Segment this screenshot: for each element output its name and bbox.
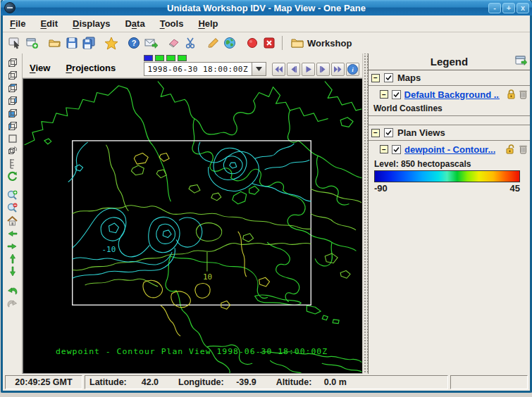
menu-view[interactable]: View [30, 63, 50, 73]
title-bar: Unidata Workshop IDV - Map View - One Pa… [1, 0, 532, 15]
longitude-value: -39.9 [236, 377, 256, 387]
cube-wire-2-icon[interactable] [6, 69, 20, 81]
lock-icon[interactable] [507, 89, 516, 99]
default-background-link[interactable]: Default Background ... [404, 89, 500, 100]
dewpoint-link[interactable]: dewpoint - Contour... [404, 144, 495, 155]
toolbar-separator [282, 36, 283, 50]
flat-square-icon[interactable] [6, 132, 20, 144]
menu-file[interactable]: File [10, 18, 25, 29]
time-step[interactable] [155, 55, 164, 61]
plan-views-checkbox[interactable] [384, 128, 393, 137]
contours-cyan [68, 142, 311, 278]
time-value: 1998-06-30 18:00:00Z [144, 65, 252, 74]
trash-icon[interactable] [519, 144, 527, 154]
time-step[interactable] [166, 55, 175, 61]
redo-icon[interactable] [6, 297, 20, 309]
info-button[interactable]: i [346, 63, 359, 76]
play-button[interactable] [302, 63, 315, 76]
show-dashboard-icon[interactable] [7, 34, 24, 51]
menu-displays[interactable]: Displays [73, 18, 110, 29]
chevron-down-icon[interactable] [252, 63, 266, 75]
pan-up-icon[interactable] [6, 253, 20, 265]
legend-group-maps: − Maps [369, 70, 530, 86]
cube-left-face-icon[interactable] [6, 120, 20, 132]
menu-edit[interactable]: Edit [40, 18, 58, 29]
eraser-icon[interactable] [165, 34, 182, 51]
time-step[interactable] [178, 55, 187, 61]
collapse-icon[interactable]: − [371, 74, 380, 82]
new-window-icon[interactable] [24, 34, 41, 51]
scissors-icon[interactable] [182, 34, 199, 51]
pencil-icon[interactable] [204, 34, 221, 51]
step-back-button[interactable] [287, 63, 300, 76]
help-icon[interactable]: ? [125, 34, 142, 51]
time-step-current[interactable] [144, 55, 153, 61]
data-bounding-box [73, 141, 311, 305]
support-mail-icon[interactable] [142, 34, 159, 51]
globe-icon[interactable] [221, 34, 238, 51]
pan-down-icon[interactable] [6, 265, 20, 277]
maps-checkbox[interactable] [384, 73, 393, 82]
default-background-checkbox[interactable] [392, 90, 401, 99]
vertical-scale-icon[interactable] [6, 158, 20, 170]
undo-icon[interactable] [6, 284, 20, 296]
dewpoint-colorbar[interactable] [374, 170, 520, 182]
colorbar-max-label: 45 [510, 183, 520, 194]
go-start-button[interactable] [272, 63, 285, 76]
minimize-button[interactable]: - [488, 3, 501, 13]
map-canvas: -10 10 dewpoint - Contour Plan View 1998… [23, 79, 362, 373]
open-folder-icon[interactable] [47, 34, 63, 51]
main-toolbar: ? Workshop [3, 32, 530, 54]
auto-rotate-icon[interactable] [6, 170, 20, 182]
menu-projections[interactable]: Projections [66, 63, 116, 73]
dewpoint-checkbox[interactable] [392, 145, 401, 154]
status-position: Latitude: 42.0 Longitude: -39.9 Altitude… [85, 375, 448, 389]
step-forward-button[interactable] [316, 63, 330, 76]
cube-wire-1-icon[interactable] [6, 56, 20, 68]
map-caption: dewpoint - Contour Plan View 1998-06-30 … [56, 346, 328, 356]
menu-help[interactable]: Help [198, 18, 218, 29]
go-end-button[interactable] [331, 63, 345, 76]
home-icon[interactable] [6, 215, 20, 227]
workshop-button[interactable]: Workshop [287, 36, 356, 50]
legend-splitter[interactable] [362, 53, 368, 374]
map-view-toolbar: View Projections 1998-06-30 18:00:00Z [23, 53, 362, 78]
unlock-icon[interactable] [505, 144, 516, 154]
close-button[interactable]: x [516, 3, 529, 13]
menu-data[interactable]: Data [125, 18, 144, 29]
cube-front-face-icon[interactable] [6, 107, 20, 119]
legend-panel: Legend − Maps − Default Background ... W… [368, 53, 530, 374]
maximize-button[interactable]: + [502, 3, 515, 13]
app-window: Unidata Workshop IDV - Map View - One Pa… [1, 0, 532, 393]
collapse-icon[interactable]: − [380, 90, 388, 99]
zoom-in-icon[interactable] [6, 189, 20, 201]
time-dropdown[interactable]: 1998-06-30 18:00:00Z [144, 62, 266, 76]
map-display[interactable]: -10 10 dewpoint - Contour Plan View 1998… [23, 78, 362, 374]
colorbar-min-label: -90 [374, 183, 388, 194]
pan-left-icon[interactable] [6, 227, 20, 239]
pan-right-icon[interactable] [6, 240, 20, 252]
level-label: Level: 850 hectopascals [369, 158, 530, 170]
menu-tools[interactable]: Tools [160, 18, 184, 29]
record-icon[interactable] [244, 34, 261, 51]
float-legend-icon[interactable] [515, 56, 527, 66]
exit-icon[interactable] [261, 34, 278, 51]
legend-item-default-background: − Default Background ... [369, 86, 530, 103]
cube-top-face-icon[interactable] [6, 82, 20, 94]
legend-group-plan-views: − Plan Views [369, 125, 530, 141]
cube-right-face-icon[interactable] [6, 94, 20, 106]
latitude-label: Latitude: [89, 377, 127, 387]
trash-icon[interactable] [519, 89, 527, 99]
contour-label-negative: -10 [102, 245, 116, 254]
zoom-out-icon[interactable] [6, 202, 20, 214]
collapse-icon[interactable]: − [380, 145, 388, 153]
rotate-cube-icon[interactable] [6, 145, 20, 157]
favorites-star-icon[interactable] [103, 34, 120, 51]
time-step-indicators[interactable] [144, 55, 187, 61]
save-icon[interactable] [63, 34, 80, 51]
svg-text:?: ? [132, 39, 137, 47]
legend-group-maps-label: Maps [397, 73, 421, 83]
collapse-icon[interactable]: − [371, 129, 380, 137]
save-as-icon[interactable] [80, 34, 97, 51]
status-bar: 20:49:25 GMT Latitude: 42.0 Longitude: -… [3, 374, 530, 391]
